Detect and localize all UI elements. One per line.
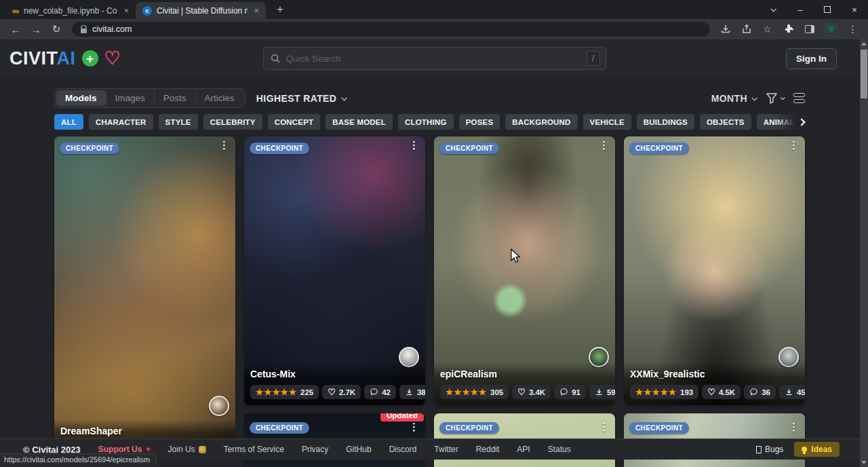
back-icon[interactable]: ← (7, 24, 24, 35)
new-tab-button[interactable]: + (273, 3, 288, 16)
address-bar[interactable]: civitai.com (72, 22, 710, 37)
maximize-button[interactable] (814, 0, 841, 19)
search-shortcut-key: / (587, 51, 600, 66)
search-input[interactable] (286, 54, 581, 64)
tab-colab[interactable]: ∞ new_colab_file.ipynb - Colaborat × (5, 2, 136, 19)
chip-base-model[interactable]: BASE MODEL (326, 114, 393, 130)
create-plus-icon[interactable]: + (82, 50, 98, 67)
civitai-logo[interactable]: CIVITAI + ♡ (9, 48, 121, 69)
sort-dropdown[interactable]: HIGHEST RATED (256, 93, 347, 104)
tab-models[interactable]: Models (56, 90, 106, 106)
chip-background[interactable]: BACKGROUND (505, 114, 577, 130)
footer-link-terms[interactable]: Terms of Service (224, 445, 284, 454)
model-card-epicrealism[interactable]: CHECKPOINT ⋮ epiCRealism ★★★★★305 ♡3.4K … (434, 136, 615, 405)
card-menu-kebab-icon[interactable]: ⋮ (789, 140, 799, 151)
card-menu-kebab-icon[interactable]: ⋮ (599, 140, 609, 151)
chip-celebrity[interactable]: CELEBRITY (203, 114, 262, 130)
comment-icon (749, 388, 758, 396)
side-panel-icon[interactable] (804, 24, 815, 35)
comments-pill: 42 (364, 385, 396, 399)
bug-icon (756, 446, 762, 453)
footer-link-join-us[interactable]: Join Us (168, 445, 206, 454)
forward-icon[interactable]: → (27, 24, 45, 35)
minimize-button[interactable]: – (787, 0, 814, 19)
scrollbar-down-arrow[interactable] (860, 458, 868, 467)
chip-style[interactable]: STYLE (159, 114, 198, 130)
model-card-cetus-mix[interactable]: CHECKPOINT ⋮ Cetus-Mix ★★★★★225 ♡2.7K 42… (244, 136, 425, 405)
footer-link-support-us[interactable]: Support Us♥ (98, 445, 151, 454)
footer-right: Bugs Ideas (756, 442, 840, 457)
model-stats: ★★★★★193 ♡4.5K 36 45K (630, 385, 799, 399)
model-stats: ★★★★★225 ♡2.7K 42 38K (250, 385, 419, 399)
period-dropdown[interactable]: MONTH (711, 93, 756, 104)
footer-link-twitter[interactable]: Twitter (434, 445, 458, 454)
card-menu-kebab-icon[interactable]: ⋮ (409, 140, 419, 151)
sign-in-button[interactable]: Sign In (786, 48, 837, 69)
civitai-favicon-icon: c (142, 6, 152, 16)
star-icons: ★★★★★ (446, 387, 487, 397)
chip-vehicle[interactable]: VEHICLE (583, 114, 631, 130)
comments-pill: 36 (744, 385, 776, 399)
likes-pill: ♡4.5K (702, 385, 741, 399)
chip-clothing[interactable]: CLOTHING (398, 114, 454, 130)
heart-icon: ♥ (145, 445, 150, 454)
chevron-right-icon (797, 118, 805, 126)
chip-poses[interactable]: POSES (459, 114, 500, 130)
creator-avatar[interactable] (209, 396, 229, 416)
downloads-pill: 45K (779, 385, 805, 399)
footer-link-github[interactable]: GitHub (346, 445, 371, 454)
close-button[interactable]: × (841, 0, 868, 19)
model-stats: ★★★★★305 ♡3.4K 91 59K (440, 385, 609, 399)
tab-title: new_colab_file.ipynb - Colaborat (24, 6, 117, 16)
chip-concept[interactable]: CONCEPT (268, 114, 321, 130)
tab-close-icon[interactable]: × (252, 5, 260, 16)
menu-kebab-icon[interactable]: ⋮ (847, 24, 859, 35)
bugs-button[interactable]: Bugs (756, 445, 783, 454)
card-menu-kebab-icon[interactable]: ⋮ (789, 422, 799, 433)
chevron-down-icon (342, 95, 347, 100)
scrollbar-up-arrow[interactable] (860, 39, 868, 48)
star-icons: ★★★★★ (256, 387, 297, 397)
favorites-heart-icon[interactable]: ♡ (104, 50, 121, 68)
share-icon[interactable] (741, 24, 752, 35)
browser-tabstrip: ∞ new_colab_file.ipynb - Colaborat × c C… (0, 0, 868, 19)
ideas-button[interactable]: Ideas (794, 442, 840, 457)
model-type-badge: CHECKPOINT (629, 143, 689, 154)
layout-toggle-icon[interactable] (793, 93, 805, 103)
lock-icon (80, 25, 87, 34)
model-card-xxmix9realistic[interactable]: CHECKPOINT ⋮ XXMix_9realistic ★★★★★193 ♡… (624, 136, 805, 405)
search-box[interactable]: / (263, 47, 606, 70)
chips-scroll-right-button[interactable] (776, 114, 807, 130)
bookmark-star-icon[interactable]: ☆ (762, 24, 773, 35)
model-card-dreamshaper[interactable]: CHECKPOINT ⋮ DreamShaper (54, 136, 235, 455)
profile-avatar[interactable] (825, 23, 837, 36)
browser-toolbar: ← → ↻ civitai.com ☆ ⋮ (0, 19, 868, 39)
card-menu-kebab-icon[interactable]: ⋮ (599, 422, 609, 433)
download-icon[interactable] (719, 24, 731, 35)
tab-civitai[interactable]: c Civitai | Stable Diffusion models, × (136, 2, 266, 19)
extensions-puzzle-icon[interactable] (783, 24, 794, 35)
chip-objects[interactable]: OBJECTS (700, 114, 751, 130)
model-title: DreamShaper (60, 426, 229, 436)
tab-close-icon[interactable]: × (122, 5, 130, 16)
url-text: civitai.com (92, 24, 132, 34)
footer-link-api[interactable]: API (517, 445, 530, 454)
tab-articles[interactable]: Articles (195, 90, 243, 106)
tab-images[interactable]: Images (106, 90, 154, 106)
scrollbar-thumb[interactable] (861, 50, 867, 98)
card-menu-kebab-icon[interactable]: ⋮ (409, 422, 419, 433)
footer-link-reddit[interactable]: Reddit (476, 445, 500, 454)
card-menu-kebab-icon[interactable]: ⋮ (219, 140, 229, 151)
footer-link-discord[interactable]: Discord (389, 445, 417, 454)
page-scrollbar[interactable] (860, 39, 868, 467)
chip-character[interactable]: CHARACTER (89, 114, 153, 130)
chip-buildings[interactable]: BUILDINGS (637, 114, 694, 130)
chip-all[interactable]: ALL (54, 114, 83, 130)
link-status-bubble: https://civitai.com/models/25694/epicrea… (0, 453, 157, 466)
filters-dropdown[interactable] (766, 92, 784, 104)
footer-link-privacy[interactable]: Privacy (302, 445, 328, 454)
tab-posts[interactable]: Posts (154, 90, 195, 106)
tab-search-icon[interactable] (760, 0, 787, 19)
reload-icon[interactable]: ↻ (47, 23, 65, 35)
footer-link-status[interactable]: Status (548, 445, 571, 454)
